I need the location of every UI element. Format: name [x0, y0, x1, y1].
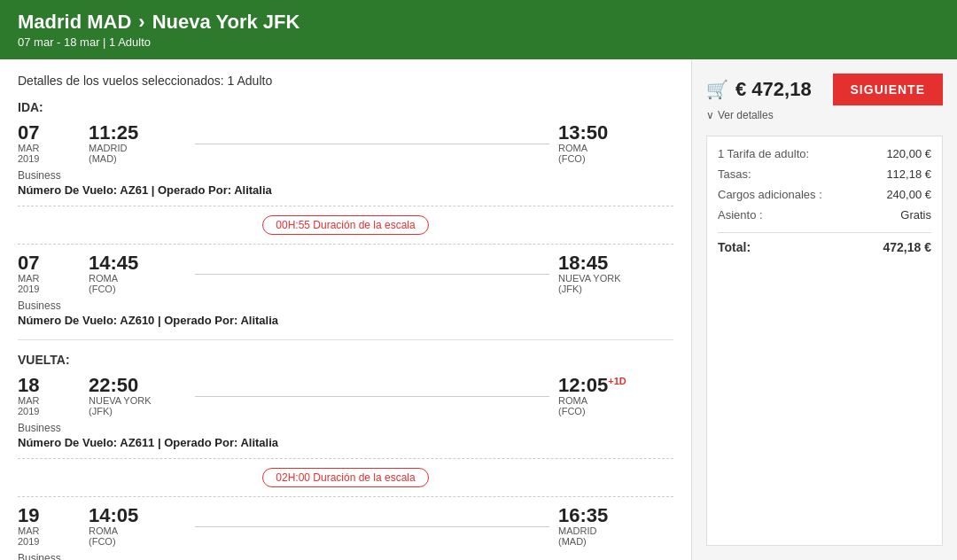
- return-segment1-row: 18 MAR 2019 22:50 NUEVA YORK (JFK) 12:05…: [18, 376, 673, 416]
- cargos-value: 240,00 €: [886, 188, 931, 201]
- siguiente-button[interactable]: SIGUIENTE: [833, 74, 943, 105]
- stopover2-pill: 02H:00 Duración de la escala: [262, 468, 428, 487]
- price-top: 🛒 € 472,18 SIGUIENTE: [706, 74, 943, 105]
- tasas-value: 112,18 €: [886, 167, 931, 181]
- tasas-line: Tasas: 112,18 €: [718, 167, 931, 181]
- price-panel: 🛒 € 472,18 SIGUIENTE ∨ Ver detalles 1 Ta…: [691, 59, 957, 560]
- return-seg1-info: Business Número De Vuelo: AZ611 | Operad…: [18, 422, 673, 449]
- outbound-seg1-dep-time: 11:25: [89, 123, 138, 143]
- asiento-value: Gratis: [900, 208, 931, 222]
- total-label: Total:: [718, 240, 751, 254]
- return-seg2-dep: 14:05 ROMA (FCO): [89, 506, 186, 547]
- tarifa-line: 1 Tarifa de adulto: 120,00 €: [718, 147, 931, 160]
- return-seg2-info: Business Número De Vuelo: AZ60 | Operado…: [18, 552, 673, 560]
- outbound-segment1-row: 07 MAR 2019 11:25 MADRID (MAD) 13:50 ROM…: [18, 123, 673, 164]
- cargos-line: Cargos adicionales : 240,00 €: [718, 188, 931, 201]
- return-seg1-date: 18 MAR 2019: [18, 376, 89, 416]
- return-label: VUELTA:: [18, 353, 673, 367]
- outbound-seg2-arr: 18:45 NUEVA YORK (JFK): [558, 253, 673, 294]
- return-segment2-row: 19 MAR 2019 14:05 ROMA (FCO) 16:35 MADRI…: [18, 506, 673, 547]
- stopover2-badge: 02H:00 Duración de la escala: [18, 468, 673, 487]
- outbound-seg1-year: 2019: [18, 153, 39, 164]
- return-seg2-arrow: [186, 526, 558, 527]
- return-seg1-arr: 12:05+1D ROMA (FCO): [558, 376, 673, 416]
- return-seg1-number: Número De Vuelo: AZ611 | Operado Por: Al…: [18, 436, 673, 449]
- return-seg1-class: Business: [18, 422, 673, 434]
- return-seg2-arr-code: (MAD): [558, 536, 587, 547]
- return-seg2-date: 19 MAR 2019: [18, 506, 89, 547]
- outbound-seg1-number: Número De Vuelo: AZ61 | Operado Por: Ali…: [18, 183, 673, 197]
- header-arrow: ›: [138, 11, 144, 34]
- return-seg2-arr-airport: MADRID: [558, 525, 596, 536]
- return-seg1-year: 2019: [18, 406, 39, 416]
- return-seg2-day: 19: [18, 506, 39, 525]
- destination-city: Nueva York JFK: [152, 11, 300, 34]
- outbound-seg2-arrow: [186, 274, 558, 275]
- outbound-seg2-dep: 14:45 ROMA (FCO): [89, 253, 186, 294]
- outbound-seg1-dep-airport: MADRID: [89, 143, 127, 153]
- return-seg1-arrow: [186, 396, 558, 397]
- return-seg2-dep-airport: ROMA: [89, 525, 118, 536]
- total-line: Total: 472,18 €: [718, 232, 931, 254]
- outbound-label: IDA:: [18, 100, 673, 114]
- outbound-seg2-info: Business Número De Vuelo: AZ610 | Operad…: [18, 299, 673, 327]
- outbound-seg1-arr-airport: ROMA: [558, 143, 587, 153]
- ver-detalles-link[interactable]: ∨ Ver detalles: [706, 109, 943, 121]
- chevron-down-icon: ∨: [706, 109, 714, 121]
- outbound-seg1-date: 07 MAR 2019: [18, 123, 89, 164]
- outbound-seg2-year: 2019: [18, 284, 39, 294]
- stopover1-divider-left: [18, 206, 673, 206]
- return-seg2-month: MAR: [18, 525, 39, 536]
- outbound-seg1-dep: 11:25 MADRID (MAD): [89, 123, 186, 164]
- asiento-line: Asiento : Gratis: [718, 208, 931, 222]
- return-seg1-plus-day: +1D: [608, 376, 626, 386]
- ver-detalles-text: Ver detalles: [718, 109, 774, 121]
- outbound-seg1-class: Business: [18, 169, 673, 182]
- outbound-seg1-arr-code: (FCO): [558, 153, 586, 164]
- cart-icon: 🛒: [706, 79, 728, 100]
- header: Madrid MAD › Nueva York JFK 07 mar - 18 …: [0, 0, 957, 59]
- return-seg1-arr-time: 12:05+1D: [558, 376, 626, 395]
- return-seg1-dep-code: (JFK): [89, 406, 113, 416]
- outbound-seg2-day: 07: [18, 253, 39, 273]
- return-seg1-arr-code: (FCO): [558, 406, 586, 416]
- return-seg2-arr-time: 16:35: [558, 506, 608, 525]
- outbound-seg2-arr-airport: NUEVA YORK: [558, 273, 621, 284]
- flight-details-panel: Detalles de los vuelos seleccionados: 1 …: [0, 59, 691, 560]
- outbound-seg2-arr-code: (JFK): [558, 284, 582, 294]
- return-seg1-dep: 22:50 NUEVA YORK (JFK): [89, 376, 186, 416]
- outbound-seg1-dep-code: (MAD): [89, 153, 117, 164]
- return-seg2-class: Business: [18, 552, 673, 560]
- details-title: Detalles de los vuelos seleccionados: 1 …: [18, 74, 673, 88]
- asiento-label: Asiento :: [718, 208, 763, 222]
- price-total-display: 🛒 € 472,18: [706, 78, 812, 101]
- return-seg1-day: 18: [18, 376, 39, 395]
- return-seg1-dep-time: 22:50: [89, 376, 138, 395]
- stopover1-divider-right: [18, 244, 673, 245]
- tarifa-label: 1 Tarifa de adulto:: [718, 147, 809, 160]
- outbound-seg1-arr: 13:50 ROMA (FCO): [558, 123, 673, 164]
- total-value: 472,18 €: [883, 240, 932, 254]
- return-seg2-arr: 16:35 MADRID (MAD): [558, 506, 673, 547]
- main-content: Detalles de los vuelos seleccionados: 1 …: [0, 59, 957, 560]
- trip-dates: 07 mar - 18 mar | 1 Adulto: [18, 35, 300, 49]
- return-seg1-dep-airport: NUEVA YORK: [89, 395, 152, 406]
- stopover1-badge: 00H:55 Duración de la escala: [18, 215, 673, 235]
- outbound-seg2-month: MAR: [18, 273, 39, 284]
- outbound-seg2-date: 07 MAR 2019: [18, 253, 89, 294]
- return-seg2-dep-time: 14:05: [89, 506, 138, 525]
- price-breakdown: 1 Tarifa de adulto: 120,00 € Tasas: 112,…: [706, 136, 943, 546]
- outbound-seg2-arr-time: 18:45: [558, 253, 608, 273]
- return-seg2-dep-code: (FCO): [89, 536, 116, 547]
- stopover2-divider-right: [18, 496, 673, 497]
- stopover2-divider-left: [18, 458, 673, 459]
- cargos-label: Cargos adicionales :: [718, 188, 822, 201]
- origin-city: Madrid MAD: [18, 11, 131, 34]
- return-seg2-year: 2019: [18, 536, 39, 547]
- section-divider: [18, 339, 673, 340]
- outbound-seg1-arrow: [186, 144, 558, 144]
- tasas-label: Tasas:: [718, 167, 751, 181]
- outbound-seg2-class: Business: [18, 299, 673, 312]
- stopover1-pill: 00H:55 Duración de la escala: [262, 215, 428, 235]
- outbound-seg1-info: Business Número De Vuelo: AZ61 | Operado…: [18, 169, 673, 197]
